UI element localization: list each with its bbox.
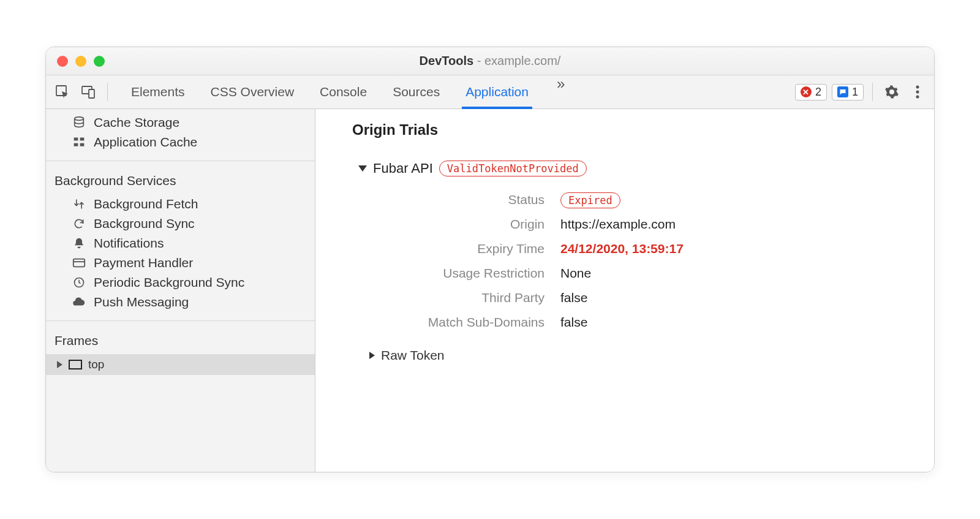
expand-icon bbox=[369, 352, 375, 359]
value-expiry-time: 24/12/2020, 13:59:17 bbox=[560, 241, 912, 256]
sidebar-item-periodic-background-sync[interactable]: Periodic Background Sync bbox=[46, 273, 315, 292]
value-origin: https://example.com bbox=[560, 217, 912, 232]
grid-icon bbox=[72, 135, 86, 150]
fetch-icon bbox=[72, 197, 86, 211]
label-status: Status bbox=[371, 192, 560, 207]
raw-token-header[interactable]: Raw Token bbox=[369, 348, 912, 363]
messages-count: 1 bbox=[852, 86, 858, 99]
sidebar-item-label: Notifications bbox=[94, 236, 164, 251]
sidebar-item-label: Application Cache bbox=[94, 135, 197, 150]
inspect-element-icon[interactable] bbox=[52, 81, 73, 102]
database-icon bbox=[72, 115, 86, 130]
tab-css-overview[interactable]: CSS Overview bbox=[207, 75, 298, 108]
origin-trials-panel: Origin Trials Fubar API ValidTokenNotPro… bbox=[315, 109, 934, 472]
label-origin: Origin bbox=[371, 217, 560, 232]
label-match-sub-domains: Match Sub-Domains bbox=[371, 315, 560, 330]
collapse-icon bbox=[358, 165, 367, 172]
bell-icon bbox=[72, 236, 86, 251]
window-title-app: DevTools bbox=[420, 54, 474, 67]
sidebar-item-frame-top[interactable]: top bbox=[46, 354, 315, 375]
sidebar-item-label: Push Messaging bbox=[94, 295, 189, 309]
sidebar-item-application-cache[interactable]: Application Cache bbox=[46, 132, 315, 152]
section-heading: Background Services bbox=[46, 165, 315, 194]
window-title-page: example.com/ bbox=[484, 54, 561, 67]
svg-point-4 bbox=[916, 91, 919, 94]
application-sidebar: Cache Storage Application Cache Backgrou… bbox=[46, 109, 315, 472]
settings-icon[interactable] bbox=[881, 81, 902, 102]
sidebar-item-label: Payment Handler bbox=[94, 256, 193, 270]
credit-card-icon bbox=[72, 256, 86, 270]
label-expiry-time: Expiry Time bbox=[371, 241, 560, 256]
sidebar-item-cache-storage[interactable]: Cache Storage bbox=[46, 113, 315, 132]
svg-rect-8 bbox=[80, 138, 85, 141]
trial-details: Status Expired Origin https://example.co… bbox=[371, 192, 912, 330]
separator bbox=[872, 83, 873, 101]
cloud-icon bbox=[72, 295, 86, 309]
value-usage-restriction: None bbox=[560, 266, 912, 281]
device-toolbar-icon[interactable] bbox=[78, 81, 99, 102]
titlebar: DevTools - example.com/ bbox=[46, 47, 934, 75]
svg-rect-2 bbox=[89, 89, 94, 98]
cache-section: Cache Storage Application Cache bbox=[46, 109, 315, 161]
sidebar-item-background-sync[interactable]: Background Sync bbox=[46, 214, 315, 233]
value-third-party: false bbox=[560, 290, 912, 305]
svg-point-3 bbox=[916, 86, 919, 89]
sidebar-item-label: Background Sync bbox=[94, 216, 195, 231]
sidebar-item-label: top bbox=[88, 358, 104, 371]
sidebar-item-label: Periodic Background Sync bbox=[94, 275, 244, 290]
svg-point-5 bbox=[916, 96, 919, 99]
svg-rect-7 bbox=[74, 138, 78, 141]
sidebar-item-label: Cache Storage bbox=[94, 115, 179, 130]
clock-icon bbox=[72, 275, 86, 290]
label-third-party: Third Party bbox=[371, 290, 560, 305]
trial-name: Fubar API bbox=[373, 161, 433, 176]
panel-heading: Origin Trials bbox=[352, 121, 912, 138]
status-badge: Expired bbox=[560, 192, 620, 208]
label-usage-restriction: Usage Restriction bbox=[371, 266, 560, 281]
trial-header[interactable]: Fubar API ValidTokenNotProvided bbox=[352, 161, 912, 176]
devtools-window: DevTools - example.com/ Elements CSS Ove… bbox=[45, 47, 935, 472]
errors-badge[interactable]: ✕ 2 bbox=[795, 84, 827, 100]
sidebar-item-payment-handler[interactable]: Payment Handler bbox=[46, 253, 315, 273]
tab-elements[interactable]: Elements bbox=[127, 75, 189, 108]
error-icon: ✕ bbox=[801, 86, 812, 97]
kebab-menu-icon[interactable] bbox=[907, 81, 928, 102]
separator bbox=[107, 83, 108, 101]
token-status-badge: ValidTokenNotProvided bbox=[439, 161, 587, 176]
svg-rect-10 bbox=[80, 143, 85, 146]
devtools-toolbar: Elements CSS Overview Console Sources Ap… bbox=[46, 75, 934, 109]
svg-point-6 bbox=[75, 117, 84, 121]
tab-application[interactable]: Application bbox=[462, 75, 532, 108]
value-match-sub-domains: false bbox=[560, 315, 912, 330]
frames-section: Frames top bbox=[46, 320, 315, 472]
errors-count: 2 bbox=[815, 86, 821, 99]
message-icon bbox=[837, 86, 848, 97]
sidebar-item-label: Background Fetch bbox=[94, 197, 198, 211]
expand-icon bbox=[57, 361, 62, 368]
panel-tabs: Elements CSS Overview Console Sources Ap… bbox=[127, 75, 571, 108]
more-tabs-icon[interactable]: » bbox=[551, 75, 571, 108]
raw-token-label: Raw Token bbox=[381, 348, 445, 363]
sidebar-item-background-fetch[interactable]: Background Fetch bbox=[46, 194, 315, 214]
value-status: Expired bbox=[560, 192, 912, 207]
main-panes: Cache Storage Application Cache Backgrou… bbox=[46, 109, 934, 472]
svg-rect-9 bbox=[74, 143, 78, 146]
sync-icon bbox=[72, 216, 86, 231]
tab-sources[interactable]: Sources bbox=[389, 75, 443, 108]
frame-icon bbox=[69, 360, 82, 369]
svg-rect-11 bbox=[74, 259, 85, 267]
background-services-section: Background Services Background Fetch Bac… bbox=[46, 161, 315, 320]
sidebar-item-push-messaging[interactable]: Push Messaging bbox=[46, 292, 315, 312]
sidebar-item-notifications[interactable]: Notifications bbox=[46, 233, 315, 253]
window-title: DevTools - example.com/ bbox=[46, 54, 934, 68]
messages-badge[interactable]: 1 bbox=[832, 84, 864, 100]
section-heading: Frames bbox=[46, 325, 315, 354]
tab-console[interactable]: Console bbox=[316, 75, 371, 108]
window-title-sep: - bbox=[473, 54, 484, 67]
